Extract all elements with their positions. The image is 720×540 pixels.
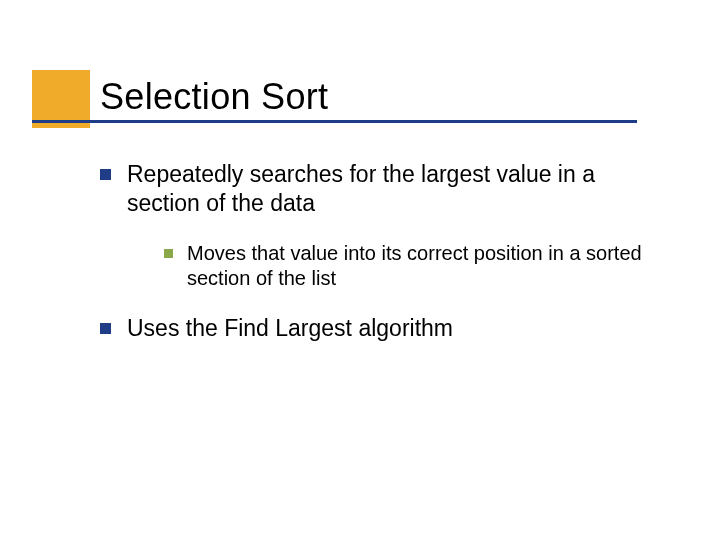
slide-content: Repeatedly searches for the largest valu…	[100, 160, 660, 366]
title-underline	[32, 120, 637, 123]
list-item: Uses the Find Largest algorithm	[100, 314, 660, 343]
list-item-text: Repeatedly searches for the largest valu…	[127, 160, 660, 219]
square-bullet-icon	[100, 323, 111, 334]
sublist: Moves that value into its correct positi…	[164, 241, 660, 292]
list-item-text: Uses the Find Largest algorithm	[127, 314, 660, 343]
square-bullet-icon	[100, 169, 111, 180]
list-item: Moves that value into its correct positi…	[164, 241, 660, 292]
slide-title: Selection Sort	[100, 76, 328, 118]
list-item-text: Moves that value into its correct positi…	[187, 241, 660, 292]
square-bullet-icon	[164, 249, 173, 258]
list-item: Repeatedly searches for the largest valu…	[100, 160, 660, 219]
